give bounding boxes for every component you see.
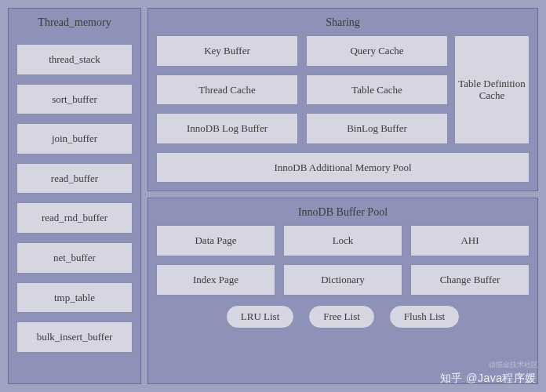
innodb-list-pill: Flush List xyxy=(389,305,460,328)
sharing-item: Table Cache xyxy=(306,74,448,106)
innodb-item: Change Buffer xyxy=(410,264,530,296)
thread-memory-item: tmp_table xyxy=(16,282,133,314)
innodb-list-pill: Free List xyxy=(308,305,375,328)
innodb-title: InnoDB Buffer Pool xyxy=(156,203,530,225)
diagram-root: Thread_memory thread_stack sort_buffer j… xyxy=(8,8,538,384)
thread-memory-item: net_buffer xyxy=(16,242,133,274)
right-column: Sharing Key Buffer Query Cache Thread Ca… xyxy=(147,8,538,384)
innodb-item: Index Page xyxy=(156,264,275,296)
thread-memory-item: join_buffer xyxy=(16,123,133,154)
innodb-list-pill: LRU List xyxy=(226,305,294,328)
innodb-item: Lock xyxy=(283,225,402,256)
sharing-title: Sharing xyxy=(156,13,530,35)
innodb-additional-memory-pool: InnoDB Additional Memory Pool xyxy=(156,152,530,183)
sharing-item: InnoDB Log Buffer xyxy=(156,113,298,144)
sharing-item: Key Buffer xyxy=(156,35,298,67)
innodb-lists: LRU List Free List Flush List xyxy=(156,305,530,328)
sharing-panel: Sharing Key Buffer Query Cache Thread Ca… xyxy=(147,8,538,191)
innodb-buffer-pool-panel: InnoDB Buffer Pool Data Page Lock AHI In… xyxy=(147,198,538,384)
thread-memory-title: Thread_memory xyxy=(16,13,133,35)
innodb-grid: Data Page Lock AHI Index Page Dictionary… xyxy=(156,225,530,295)
thread-memory-item: sort_buffer xyxy=(16,84,133,115)
innodb-item: Data Page xyxy=(156,225,275,256)
thread-memory-item: read_rnd_buffer xyxy=(16,202,133,234)
sharing-grid: Key Buffer Query Cache Thread Cache Tabl… xyxy=(156,35,448,144)
thread-memory-item: bulk_insert_buffer xyxy=(16,321,133,353)
sharing-item: BinLog Buffer xyxy=(306,113,448,144)
thread-memory-item: thread_stack xyxy=(16,44,133,75)
sharing-item: Query Cache xyxy=(306,35,448,67)
innodb-item: Dictionary xyxy=(283,264,402,296)
innodb-item: AHI xyxy=(410,225,530,256)
sharing-item: Thread Cache xyxy=(156,74,298,106)
sharing-body: Key Buffer Query Cache Thread Cache Tabl… xyxy=(156,35,530,144)
table-definition-cache: Table Definition Cache xyxy=(454,35,530,144)
thread-memory-panel: Thread_memory thread_stack sort_buffer j… xyxy=(8,8,141,384)
thread-memory-item: read_buffer xyxy=(16,163,133,194)
